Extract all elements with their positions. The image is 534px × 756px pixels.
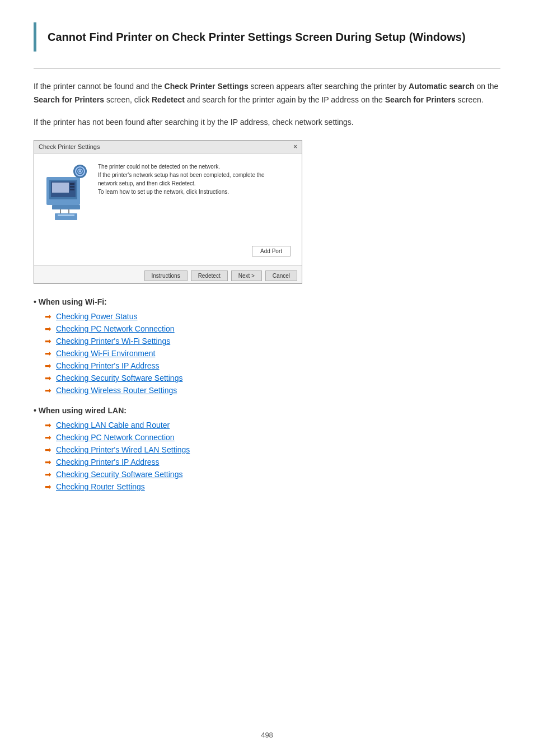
next-button[interactable]: Next >: [231, 270, 262, 281]
arrow-icon: ➡: [45, 374, 51, 382]
svg-rect-6: [70, 189, 74, 190]
wifi-link-wifi-environment[interactable]: Checking Wi-Fi Environment: [56, 349, 155, 358]
redetect-button[interactable]: Redetect: [191, 270, 228, 281]
screenshot-add-port-row: Add Port: [41, 244, 295, 259]
arrow-icon: ➡: [45, 470, 51, 479]
wifi-section-label: • When using Wi-Fi:: [34, 297, 500, 306]
arrow-icon: ➡: [45, 386, 51, 395]
arrow-icon: ➡: [45, 445, 51, 454]
add-port-button[interactable]: Add Port: [252, 246, 291, 256]
screenshot-dialog: Check Printer Settings ×: [34, 140, 302, 284]
screenshot-title: Check Printer Settings: [39, 143, 100, 150]
instructions-button[interactable]: Instructions: [144, 270, 188, 281]
intro-paragraph2: If the printer has not been found after …: [34, 116, 500, 129]
list-item: ➡ Checking Security Software Settings: [45, 374, 500, 382]
wifi-link-wireless-router[interactable]: Checking Wireless Router Settings: [56, 386, 177, 395]
screenshot-titlebar: Check Printer Settings ×: [34, 141, 302, 153]
list-item: ➡ Checking Printer's IP Address: [45, 361, 500, 370]
cancel-button[interactable]: Cancel: [265, 270, 297, 281]
arrow-icon: ➡: [45, 312, 51, 321]
list-item: ➡ Checking Power Status: [45, 312, 500, 321]
arrow-icon: ➡: [45, 349, 51, 358]
svg-rect-3: [52, 183, 69, 193]
wifi-link-power-status[interactable]: Checking Power Status: [56, 312, 138, 321]
list-item: ➡ Checking Printer's Wi-Fi Settings: [45, 337, 500, 346]
page-container: Cannot Find Printer on Check Printer Set…: [0, 0, 534, 756]
list-item: ➡ Checking PC Network Connection: [45, 324, 500, 333]
arrow-icon: ➡: [45, 421, 51, 430]
intro-paragraph1: If the printer cannot be found and the C…: [34, 80, 500, 107]
screenshot-close-icon[interactable]: ×: [293, 143, 297, 151]
wifi-link-security-software[interactable]: Checking Security Software Settings: [56, 374, 182, 382]
screenshot-buttons-row: Instructions Redetect Next > Cancel: [34, 265, 302, 283]
wifi-link-ip-address[interactable]: Checking Printer's IP Address: [56, 361, 160, 370]
wired-link-wired-lan-settings[interactable]: Checking Printer's Wired LAN Settings: [56, 445, 190, 454]
screenshot-body-text: The printer could not be detected on the…: [98, 160, 265, 232]
wired-section-label: • When using wired LAN:: [34, 406, 500, 415]
arrow-icon: ➡: [45, 433, 51, 442]
wifi-link-pc-network[interactable]: Checking PC Network Connection: [56, 324, 175, 333]
svg-rect-14: [55, 213, 77, 220]
arrow-icon: ➡: [45, 361, 51, 370]
svg-rect-4: [70, 183, 74, 185]
list-item: ➡ Checking Router Settings: [45, 482, 500, 491]
list-item: ➡ Checking Wireless Router Settings: [45, 386, 500, 395]
wifi-link-wifi-settings[interactable]: Checking Printer's Wi-Fi Settings: [56, 337, 170, 346]
wifi-section: • When using Wi-Fi: ➡ Checking Power Sta…: [34, 297, 500, 395]
list-item: ➡ Checking Wi-Fi Environment: [45, 349, 500, 358]
title-section: Cannot Find Printer on Check Printer Set…: [34, 22, 500, 52]
page-title: Cannot Find Printer on Check Printer Set…: [48, 29, 489, 45]
list-item: ➡ Checking PC Network Connection: [45, 433, 500, 442]
arrow-icon: ➡: [45, 482, 51, 491]
page-number: 498: [261, 731, 273, 739]
svg-rect-15: [58, 214, 74, 216]
wired-link-lan-cable[interactable]: Checking LAN Cable and Router: [56, 421, 170, 430]
wired-section: • When using wired LAN: ➡ Checking LAN C…: [34, 406, 500, 491]
list-item: ➡ Checking LAN Cable and Router: [45, 421, 500, 430]
wired-link-pc-network[interactable]: Checking PC Network Connection: [56, 433, 175, 442]
arrow-icon: ➡: [45, 337, 51, 346]
svg-rect-7: [52, 205, 80, 209]
arrow-icon: ➡: [45, 458, 51, 466]
wired-link-list: ➡ Checking LAN Cable and Router ➡ Checki…: [45, 421, 500, 491]
wired-link-ip-address[interactable]: Checking Printer's IP Address: [56, 458, 160, 466]
wired-link-router-settings[interactable]: Checking Router Settings: [56, 482, 145, 491]
svg-point-13: [79, 170, 81, 172]
list-item: ➡ Checking Printer's IP Address: [45, 458, 500, 466]
svg-rect-5: [70, 186, 74, 188]
printer-svg: [41, 160, 91, 222]
screenshot-content-row: The printer could not be detected on the…: [41, 160, 295, 232]
printer-image: [41, 160, 91, 222]
arrow-icon: ➡: [45, 324, 51, 333]
list-item: ➡ Checking Printer's Wired LAN Settings: [45, 445, 500, 454]
divider: [34, 68, 500, 69]
list-item: ➡ Checking Security Software Settings: [45, 470, 500, 479]
wifi-link-list: ➡ Checking Power Status ➡ Checking PC Ne…: [45, 312, 500, 395]
wired-link-security-software[interactable]: Checking Security Software Settings: [56, 470, 182, 479]
screenshot-body: The printer could not be detected on the…: [34, 153, 302, 265]
